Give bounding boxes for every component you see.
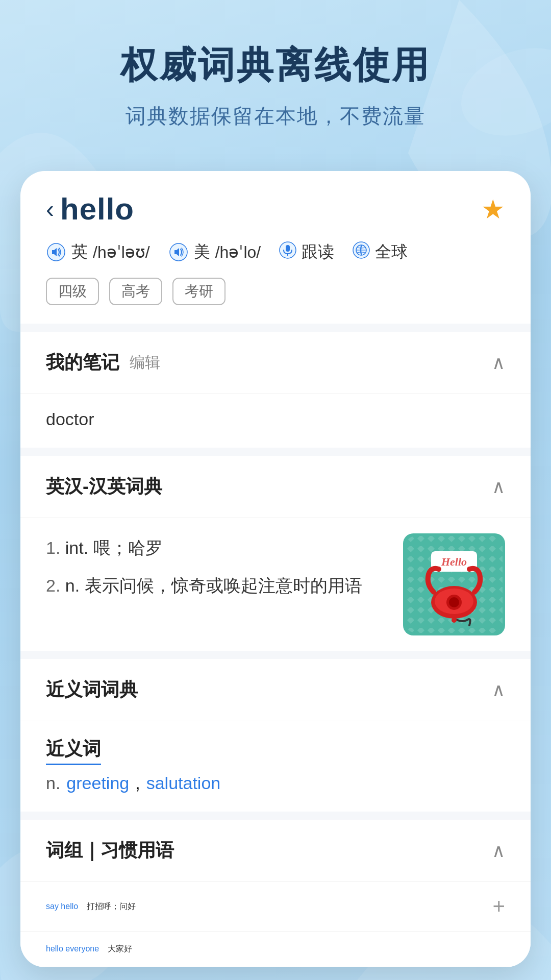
phrases-section: 词组｜习惯用语 ∧ say hello 打招呼；问好 + hello every…	[20, 820, 531, 967]
notes-title-group: 我的笔记 编辑	[46, 350, 160, 375]
synonyms-title: 近义词词典	[46, 677, 138, 702]
synonym-label: 近义词	[46, 737, 101, 765]
phrases-collapse-icon[interactable]: ∧	[492, 840, 505, 862]
phrase-1-en[interactable]: say hello	[46, 902, 78, 911]
dictionary-collapse-icon[interactable]: ∧	[492, 476, 505, 498]
dictionary-section: 英汉-汉英词典 ∧ 1. int. 喂；哈罗 2. n. 表示问候，惊奇或唤起注…	[20, 456, 531, 651]
speaker-uk-icon	[46, 242, 66, 262]
tag-level4: 四级	[46, 278, 99, 305]
follow-read-button[interactable]: 跟读	[279, 241, 334, 263]
dictionary-title: 英汉-汉英词典	[46, 474, 162, 499]
svg-point-18	[452, 618, 457, 623]
synonym-word-2[interactable]: salutation	[146, 773, 221, 793]
uk-label: 英	[71, 241, 88, 263]
global-label: 全球	[375, 241, 408, 263]
synonyms-section-header: 近义词词典 ∧	[20, 659, 531, 721]
tag-gaokao: 高考	[109, 278, 162, 305]
entry-1-pos: int. 喂；哈罗	[65, 538, 163, 557]
us-ipa: /həˈlo/	[215, 242, 261, 262]
british-phonetic[interactable]: 英 /həˈləʊ/	[46, 241, 150, 263]
notes-collapse-icon[interactable]: ∧	[492, 352, 505, 374]
notes-content: doctor	[20, 394, 531, 448]
phrase-2-text: hello everyone 大家好	[46, 944, 132, 954]
entry-2-def: n. 表示问候，惊奇或唤起注意时的用语	[65, 576, 362, 595]
follow-read-label: 跟读	[302, 241, 334, 263]
favorite-star-icon[interactable]: ★	[481, 194, 505, 225]
global-icon	[353, 241, 370, 263]
dictionary-card: ‹ hello ★ 英 /həˈləʊ/	[20, 171, 531, 967]
notes-edit-button[interactable]: 编辑	[130, 352, 160, 373]
synonym-word-1[interactable]: greeting	[66, 773, 129, 793]
phrase-2-en[interactable]: hello everyone	[46, 944, 99, 953]
synonyms-collapse-icon[interactable]: ∧	[492, 679, 505, 701]
header-subtitle: 词典数据保留在本地，不费流量	[31, 102, 520, 130]
word-back-group: ‹ hello	[46, 191, 134, 227]
entry-2: 2. n. 表示问候，惊奇或唤起注意时的用语	[46, 571, 388, 601]
tags-row: 四级 高考 考研	[46, 278, 505, 305]
phrase-1-add-icon[interactable]: +	[492, 894, 505, 919]
notes-section-header: 我的笔记 编辑 ∧	[20, 332, 531, 394]
american-phonetic[interactable]: 美 /həˈlo/	[168, 241, 261, 263]
dictionary-section-header: 英汉-汉英词典 ∧	[20, 456, 531, 518]
word-header: ‹ hello ★ 英 /həˈləʊ/	[20, 171, 531, 324]
svg-rect-4	[286, 245, 290, 252]
notes-title: 我的笔记	[46, 350, 119, 375]
svg-point-17	[449, 597, 459, 607]
phrase-item-1: say hello 打招呼；问好 +	[20, 882, 531, 932]
phrases-title: 词组｜习惯用语	[46, 838, 174, 863]
dictionary-entries: 1. int. 喂；哈罗 2. n. 表示问候，惊奇或唤起注意时的用语	[20, 518, 531, 651]
word-heading: hello	[60, 191, 134, 227]
svg-text:Hello: Hello	[441, 555, 467, 568]
phrase-1-zh: 打招呼；问好	[87, 902, 136, 911]
speaker-us-icon	[168, 242, 189, 262]
phrase-1-text: say hello 打招呼；问好	[46, 901, 136, 912]
uk-ipa: /həˈləʊ/	[93, 242, 150, 262]
header-section: 权威词典离线使用 词典数据保留在本地，不费流量	[0, 0, 551, 151]
synonym-separator: ,	[135, 773, 140, 793]
header-title: 权威词典离线使用	[31, 41, 520, 90]
synonyms-content: 近义词 n. greeting , salutation	[20, 721, 531, 812]
phrase-item-2: hello everyone 大家好	[20, 932, 531, 967]
entry-2-num: 2.	[46, 576, 60, 595]
entries-text: 1. int. 喂；哈罗 2. n. 表示问候，惊奇或唤起注意时的用语	[46, 533, 388, 601]
notes-section: 我的笔记 编辑 ∧ doctor	[20, 332, 531, 448]
word-title-row: ‹ hello ★	[46, 191, 505, 227]
phrase-2-zh: 大家好	[108, 944, 132, 953]
note-text: doctor	[46, 409, 94, 429]
synonym-row: n. greeting , salutation	[46, 773, 505, 793]
synonyms-section: 近义词词典 ∧ 近义词 n. greeting , salutation	[20, 659, 531, 812]
entry-1: 1. int. 喂；哈罗	[46, 533, 388, 563]
global-button[interactable]: 全球	[353, 241, 408, 263]
phonetics-row: 英 /həˈləʊ/ 美 /həˈlo/	[46, 241, 505, 263]
phrases-section-header: 词组｜习惯用语 ∧	[20, 820, 531, 882]
hello-image: Hello	[403, 533, 505, 635]
synonym-pos: n.	[46, 773, 60, 793]
microphone-icon	[279, 241, 296, 263]
us-label: 美	[194, 241, 210, 263]
entry-1-num: 1.	[46, 538, 60, 557]
back-arrow-icon[interactable]: ‹	[46, 197, 54, 222]
tag-kaoyan: 考研	[172, 278, 226, 305]
